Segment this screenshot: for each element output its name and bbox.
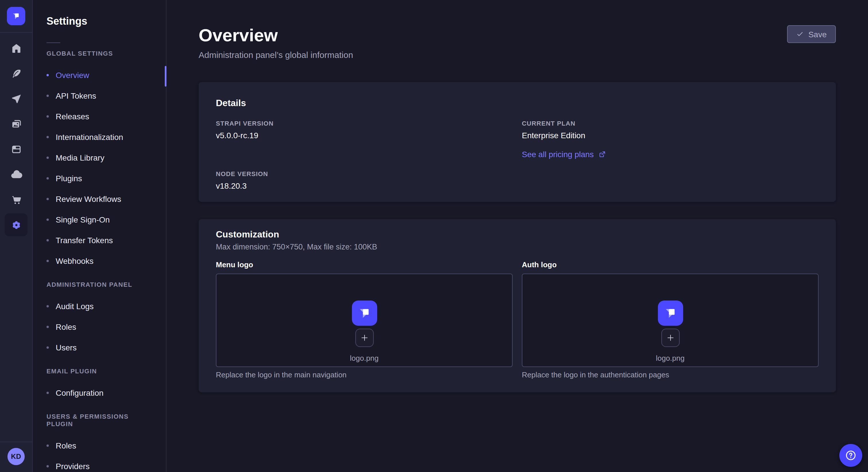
node-version-value: v18.20.3 bbox=[216, 181, 513, 191]
strapi-mark-icon bbox=[10, 10, 22, 22]
feather-content-icon[interactable] bbox=[5, 62, 28, 85]
bullet-icon bbox=[46, 136, 49, 138]
plus-icon bbox=[360, 333, 369, 342]
bullet-icon bbox=[46, 157, 49, 159]
bullet-icon bbox=[46, 239, 49, 241]
bullet-icon bbox=[46, 392, 49, 394]
app-logo-wrap bbox=[0, 0, 32, 33]
node-version-label: NODE VERSION bbox=[216, 170, 513, 178]
nav-section-users-permissions-plugin: USERS & PERMISSIONS PLUGIN bbox=[46, 413, 152, 428]
auth-logo-add-button[interactable] bbox=[661, 329, 679, 347]
customization-constraints: Max dimension: 750×750, Max file size: 1… bbox=[198, 242, 836, 252]
home-icon[interactable] bbox=[5, 37, 28, 60]
sidebar-item-up-roles[interactable]: Roles bbox=[33, 435, 166, 456]
marketplace-cart-icon[interactable] bbox=[5, 188, 28, 211]
sidebar-item-admin-users[interactable]: Users bbox=[33, 337, 166, 358]
details-card: Details STRAPI VERSION v5.0.0-rc.19 NODE… bbox=[198, 82, 836, 202]
paper-plane-icon[interactable] bbox=[5, 87, 28, 110]
nav-section-email-plugin: EMAIL PLUGIN bbox=[46, 368, 152, 375]
nav-section-global-settings: GLOBAL SETTINGS bbox=[46, 50, 152, 57]
cloud-icon[interactable] bbox=[5, 163, 28, 186]
main-content: Overview Administration panel’s global i… bbox=[166, 0, 868, 472]
sidebar-item-overview[interactable]: Overview bbox=[33, 65, 166, 86]
bullet-icon bbox=[46, 346, 49, 349]
details-left-column: STRAPI VERSION v5.0.0-rc.19 NODE VERSION… bbox=[216, 120, 513, 191]
strapi-mark-icon bbox=[660, 303, 680, 323]
details-card-title: Details bbox=[198, 82, 836, 109]
strapi-mark-icon bbox=[354, 303, 374, 323]
sidebar-item-releases[interactable]: Releases bbox=[33, 106, 166, 127]
current-plan-label: CURRENT PLAN bbox=[522, 120, 818, 127]
user-avatar[interactable]: KD bbox=[7, 448, 25, 465]
sidebar-item-plugins[interactable]: Plugins bbox=[33, 168, 166, 189]
strapi-admin-settings-page: KD Settings GLOBAL SETTINGS Overview API… bbox=[0, 0, 868, 472]
auth-logo-dropzone[interactable]: logo.png bbox=[522, 274, 818, 367]
subnav-title-divider bbox=[46, 42, 60, 43]
settings-gear-icon[interactable] bbox=[5, 213, 28, 236]
external-link-icon bbox=[598, 150, 607, 158]
bullet-icon bbox=[46, 326, 49, 328]
bullet-icon bbox=[46, 218, 49, 221]
menu-logo-add-button[interactable] bbox=[355, 329, 373, 347]
check-icon bbox=[796, 30, 804, 38]
node-version-field: NODE VERSION v18.20.3 bbox=[216, 170, 513, 191]
bullet-icon bbox=[46, 95, 49, 97]
help-button[interactable] bbox=[839, 444, 862, 467]
subnav-title: Settings bbox=[33, 0, 166, 28]
sidebar-item-internationalization[interactable]: Internationalization bbox=[33, 127, 166, 147]
bullet-icon bbox=[46, 444, 49, 447]
auth-logo-label: Auth logo bbox=[522, 260, 818, 270]
sidebar-item-up-providers[interactable]: Providers bbox=[33, 456, 166, 472]
media-library-icon[interactable] bbox=[5, 112, 28, 135]
bullet-icon bbox=[46, 177, 49, 179]
sidebar-divider bbox=[0, 442, 32, 442]
current-plan-field: CURRENT PLAN Enterprise Edition bbox=[522, 120, 818, 140]
layout-icon[interactable] bbox=[5, 138, 28, 161]
save-button[interactable]: Save bbox=[787, 25, 836, 43]
sidebar-item-audit-logs[interactable]: Audit Logs bbox=[33, 296, 166, 316]
sidebar-item-email-configuration[interactable]: Configuration bbox=[33, 382, 166, 403]
auth-logo-preview bbox=[658, 301, 683, 326]
pricing-plans-link[interactable]: See all pricing plans bbox=[522, 150, 607, 159]
strapi-version-label: STRAPI VERSION bbox=[216, 120, 513, 127]
customization-card-title: Customization bbox=[198, 219, 836, 241]
auth-logo-filename: logo.png bbox=[656, 354, 685, 363]
page-title: Overview bbox=[198, 25, 278, 46]
auth-logo-hint: Replace the logo in the authentication p… bbox=[522, 370, 818, 380]
plus-icon bbox=[665, 333, 675, 342]
sidebar-item-api-tokens[interactable]: API Tokens bbox=[33, 86, 166, 106]
menu-logo-filename: logo.png bbox=[350, 354, 379, 363]
strapi-version-field: STRAPI VERSION v5.0.0-rc.19 bbox=[216, 120, 513, 140]
menu-logo-hint: Replace the logo in the main navigation bbox=[216, 370, 513, 380]
menu-logo-preview bbox=[352, 301, 377, 326]
details-right-column: CURRENT PLAN Enterprise Edition See all … bbox=[522, 120, 818, 191]
menu-logo-label: Menu logo bbox=[216, 260, 513, 270]
bullet-icon bbox=[46, 115, 49, 117]
sidebar-item-single-sign-on[interactable]: Single Sign-On bbox=[33, 209, 166, 230]
bullet-icon bbox=[46, 74, 49, 76]
sidebar-item-transfer-tokens[interactable]: Transfer Tokens bbox=[33, 230, 166, 250]
sidebar-item-media-library[interactable]: Media Library bbox=[33, 147, 166, 168]
question-mark-icon bbox=[844, 449, 857, 462]
sidebar-item-review-workflows[interactable]: Review Workflows bbox=[33, 189, 166, 209]
menu-logo-column: Menu logo bbox=[216, 260, 513, 380]
customization-card: Customization Max dimension: 750×750, Ma… bbox=[198, 219, 836, 392]
bullet-icon bbox=[46, 465, 49, 467]
strapi-logo[interactable] bbox=[7, 7, 25, 25]
bullet-icon bbox=[46, 260, 49, 262]
bullet-icon bbox=[46, 305, 49, 307]
page-subtitle: Administration panel’s global informatio… bbox=[198, 49, 353, 61]
subnav-scrollbar-thumb[interactable] bbox=[165, 66, 166, 87]
sidebar-item-admin-roles[interactable]: Roles bbox=[33, 316, 166, 337]
nav-section-administration-panel: ADMINISTRATION PANEL bbox=[46, 281, 152, 289]
settings-subnav: Settings GLOBAL SETTINGS Overview API To… bbox=[33, 0, 166, 472]
workspace-icon-sidebar: KD bbox=[0, 0, 33, 472]
auth-logo-column: Auth logo bbox=[522, 260, 818, 380]
menu-logo-dropzone[interactable]: logo.png bbox=[216, 274, 513, 367]
sidebar-item-webhooks[interactable]: Webhooks bbox=[33, 250, 166, 271]
bullet-icon bbox=[46, 198, 49, 200]
strapi-version-value: v5.0.0-rc.19 bbox=[216, 131, 513, 140]
current-plan-value: Enterprise Edition bbox=[522, 131, 818, 140]
